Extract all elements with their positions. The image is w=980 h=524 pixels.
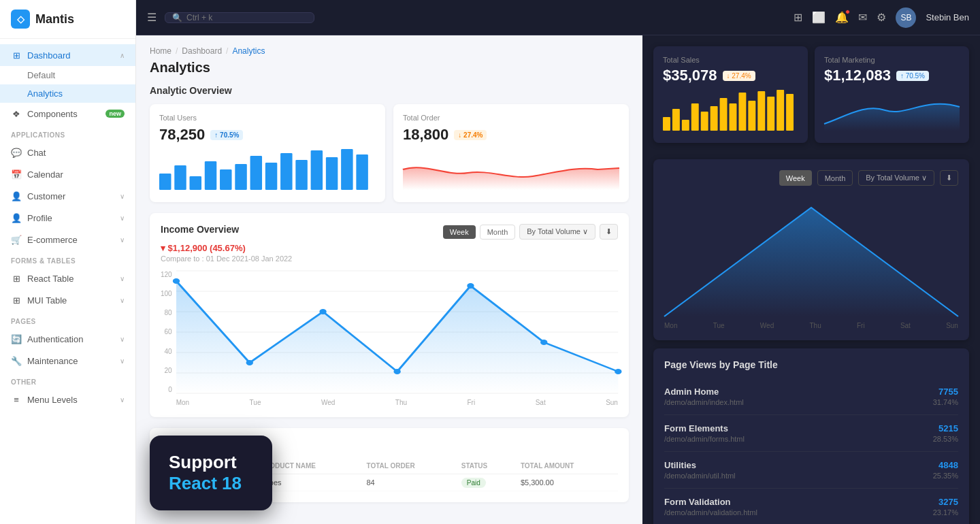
auth-icon: 🔄 (11, 333, 22, 344)
auth-label: Authentication (27, 334, 83, 344)
sidebar-item-menu-levels[interactable]: ≡ Menu Levels ∨ (0, 389, 135, 410)
dark-label-marketing: Total Marketing (824, 56, 960, 64)
orders-area-chart (403, 149, 619, 190)
mui-table-icon: ⊞ (11, 295, 22, 306)
sidebar-item-dashboard[interactable]: ⊞ Dashboard ∧ (0, 44, 135, 66)
svg-point-22 (246, 360, 252, 365)
y-axis-labels: 120100806040200 (161, 271, 176, 393)
dark-week-button[interactable]: Week (779, 170, 812, 186)
breadcrumb-dashboard[interactable]: Dashboard (182, 46, 222, 56)
svg-rect-0 (159, 174, 171, 190)
income-overview-card: Income Overview ▾ $1,12,900 (45.67%) Com… (150, 213, 629, 417)
dark-label-sales: Total Sales (663, 56, 798, 64)
svg-rect-9 (295, 160, 307, 190)
calendar-label: Calendar (27, 169, 63, 180)
svg-rect-6 (250, 156, 262, 190)
dark-badge-marketing: ↑ 70.5% (896, 71, 929, 81)
page-views-title: Page Views by Page Title (664, 359, 958, 370)
svg-rect-29 (672, 109, 680, 131)
page-views-section: Page Views by Page Title Admin Home /dem… (653, 348, 969, 524)
grid-icon[interactable]: ⊞ (794, 11, 802, 24)
sidebar-item-maintenance[interactable]: 🔧 Maintenance ∨ (0, 350, 135, 372)
col-status: STATUS (456, 458, 515, 474)
ecommerce-chevron: ∨ (120, 236, 125, 244)
maintenance-chevron: ∨ (120, 357, 125, 365)
menu-levels-label: Menu Levels (27, 395, 78, 405)
dark-volume-button[interactable]: By Total Volume ∨ (858, 170, 934, 186)
volume-button[interactable]: By Total Volume ∨ (519, 224, 595, 240)
x-axis-labels: MonTueWedThuFriSatSun (176, 399, 618, 406)
svg-rect-5 (235, 164, 246, 190)
sidebar-item-ecommerce[interactable]: 🛒 E-commerce ∨ (0, 229, 135, 250)
stat-card-users: Total Users 78,250 ↑ 70.5% (150, 104, 385, 202)
auth-chevron: ∨ (120, 335, 125, 343)
user-name[interactable]: Stebin Ben (926, 12, 969, 22)
dark-value-marketing: $1,12,083 (824, 67, 891, 84)
svg-point-23 (319, 309, 326, 314)
stat-badge-orders: ↓ 27.4% (454, 130, 487, 140)
support-react-popup[interactable]: Support React 18 (150, 436, 272, 510)
screen-icon[interactable]: ⬜ (812, 11, 826, 24)
ecommerce-label: E-commerce (27, 235, 78, 245)
avatar[interactable]: SB (896, 7, 916, 28)
svg-point-25 (467, 283, 474, 289)
components-label: Components (27, 109, 78, 119)
dark-download-button[interactable]: ⬇ (940, 170, 958, 186)
menu-icon[interactable]: ☰ (147, 11, 157, 24)
analytic-overview-title: Analytic Overview (150, 85, 629, 96)
sidebar-item-default[interactable]: Default (0, 66, 135, 84)
dark-month-button[interactable]: Month (817, 170, 853, 186)
month-button[interactable]: Month (480, 225, 516, 240)
menu-levels-chevron: ∨ (120, 396, 125, 404)
section-pages: Pages (0, 311, 135, 328)
sidebar-item-components[interactable]: ❖ Components new (0, 103, 135, 125)
stat-badge-users: ↑ 70.5% (210, 130, 243, 140)
mui-table-label: MUI Table (27, 295, 67, 306)
users-bar-chart (159, 149, 376, 190)
week-button[interactable]: Week (443, 225, 476, 239)
section-applications: Applications (0, 125, 135, 142)
svg-rect-11 (326, 157, 338, 190)
calendar-icon: 📅 (11, 169, 22, 180)
sidebar-item-analytics[interactable]: Analytics (0, 84, 135, 103)
sidebar-item-authentication[interactable]: 🔄 Authentication ∨ (0, 328, 135, 350)
breadcrumb-analytics: Analytics (232, 46, 265, 56)
sidebar-item-react-table[interactable]: ⊞ React Table ∨ (0, 267, 135, 289)
sidebar-item-mui-table[interactable]: ⊞ MUI Table ∨ (0, 289, 135, 311)
mail-icon[interactable]: ✉ (858, 11, 867, 24)
income-line-chart (176, 271, 618, 393)
download-button[interactable]: ⬇ (600, 224, 618, 240)
profile-icon: 👤 (11, 212, 22, 223)
svg-rect-1 (174, 165, 186, 190)
profile-chevron: ∨ (120, 214, 125, 222)
svg-point-27 (615, 369, 621, 374)
react-table-chevron: ∨ (120, 275, 125, 282)
income-value: ▾ $1,12,900 (45.67%) (161, 243, 246, 253)
notification-icon[interactable]: 🔔 (835, 11, 849, 24)
sidebar-item-chat[interactable]: 💬 Chat (0, 142, 135, 163)
dark-x-axis: MonTueWedThuFriSatSun (664, 322, 958, 329)
sidebar-item-profile[interactable]: 👤 Profile ∨ (0, 207, 135, 229)
svg-rect-2 (190, 176, 201, 190)
svg-rect-31 (691, 103, 699, 131)
search-bar[interactable]: 🔍 (165, 12, 314, 23)
menu-levels-icon: ≡ (11, 394, 22, 405)
stat-label-orders: Total Order (403, 114, 619, 122)
breadcrumb: Home / Dashboard / Analytics (150, 46, 629, 56)
stat-card-orders: Total Order 18,800 ↓ 27.4% (393, 104, 629, 202)
sidebar-item-customer[interactable]: 👤 Customer ∨ (0, 185, 135, 207)
stat-value-users: 78,250 (159, 126, 205, 144)
search-input[interactable] (186, 13, 307, 22)
svg-rect-36 (738, 93, 746, 131)
settings-icon[interactable]: ⚙ (877, 11, 886, 24)
react-table-label: React Table (27, 274, 74, 284)
section-other: Other (0, 372, 135, 389)
notification-badge (845, 10, 850, 14)
svg-rect-39 (767, 97, 774, 131)
dark-chart-controls: Week Month By Total Volume ∨ ⬇ (664, 170, 958, 186)
customer-chevron: ∨ (120, 193, 125, 200)
sidebar-item-calendar[interactable]: 📅 Calendar (0, 163, 135, 185)
sidebar-logo[interactable]: ◇ Mantis (0, 0, 135, 39)
dark-badge-sales: ↓ 27.4% (723, 71, 755, 81)
breadcrumb-home[interactable]: Home (150, 46, 172, 56)
